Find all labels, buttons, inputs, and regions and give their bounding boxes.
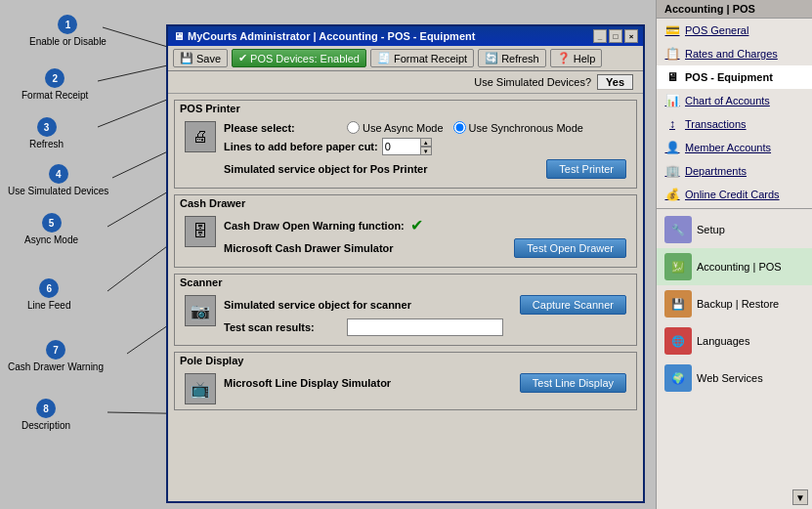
- test-line-display-button[interactable]: Test Line Display: [520, 373, 626, 393]
- accounting-pos-label: Accounting | POS: [697, 261, 782, 273]
- pole-simulator-row: Microsoft Line Display Simulator Test Li…: [224, 373, 626, 393]
- checkmark-icon: ✔: [410, 216, 423, 234]
- test-open-drawer-button[interactable]: Test Open Drawer: [514, 238, 626, 258]
- cash-drawer-icon: 🗄: [185, 216, 216, 247]
- pos-printer-inner: 🖨 Please select: Use Async Mode: [185, 121, 626, 183]
- annotation-label-4: Use Simulated Devices: [8, 186, 108, 196]
- help-label: Help: [574, 53, 596, 64]
- refresh-button[interactable]: 🔄 Refresh: [478, 49, 546, 67]
- languages-label: Languages: [697, 335, 749, 347]
- lines-spinner[interactable]: 0 ▲ ▼: [382, 138, 432, 155]
- maximize-button[interactable]: □: [609, 29, 622, 43]
- async-mode-radio[interactable]: Use Async Mode: [347, 121, 444, 134]
- sidebar-item-online-credit-cards[interactable]: 💰 Online Credit Cards: [657, 183, 812, 206]
- transactions-label: Transactions: [685, 118, 747, 130]
- sim-service-label: Simulated service object for Pos Printer: [224, 163, 427, 175]
- lines-input[interactable]: 0: [382, 138, 421, 155]
- test-printer-button[interactable]: Test Printer: [546, 159, 626, 179]
- close-button[interactable]: ×: [624, 29, 638, 43]
- sidebar-item-member-accounts[interactable]: 👤 Member Accounts: [657, 136, 812, 159]
- sidebar-bottom-web-services[interactable]: 🌍 Web Services: [657, 360, 812, 397]
- help-button[interactable]: ❓ Help: [550, 49, 603, 67]
- sidebar-bottom-accounting-pos[interactable]: 💹 Accounting | POS: [657, 248, 812, 285]
- test-scan-input[interactable]: [347, 318, 503, 336]
- sidebar-bottom-backup-restore[interactable]: 💾 Backup | Restore: [657, 285, 812, 322]
- annotation-label-7: Cash Drawer Warning: [8, 361, 104, 372]
- web-services-icon: 🌍: [664, 364, 692, 392]
- chart-accounts-label: Chart of Accounts: [685, 95, 770, 106]
- async-mode-label: Use Async Mode: [363, 122, 444, 134]
- toolbar: 💾 Save ✔ POS Devices: Enabled 🧾 Format R…: [168, 46, 643, 71]
- yes-button[interactable]: Yes: [597, 74, 633, 90]
- annotation-1: 1 Enable or Disable: [29, 15, 107, 47]
- sidebar-item-departments[interactable]: 🏢 Departments: [657, 159, 812, 183]
- pos-equipment-icon: 🖥: [664, 69, 680, 85]
- pole-simulator-label: Microsoft Line Display Simulator: [224, 377, 391, 389]
- cash-draw-warning-label: Cash Draw Open Warning function:: [224, 220, 405, 232]
- sidebar-item-pos-equipment[interactable]: 🖥 POS - Equipment: [657, 65, 812, 89]
- cash-simulator-label: Microsoft Cash Drawer Simulator: [224, 242, 394, 254]
- sidebar-bottom-setup[interactable]: 🔧 Setup: [657, 211, 812, 248]
- cash-drawer-inner: 🗄 Cash Draw Open Warning function: ✔ Mic…: [185, 216, 626, 262]
- scanner-sim-row: Simulated service object for scanner Cap…: [224, 295, 626, 315]
- annotation-3: 3 Refresh: [29, 117, 64, 149]
- online-credit-cards-icon: 💰: [664, 187, 680, 202]
- format-receipt-icon: 🧾: [377, 52, 391, 64]
- spin-down[interactable]: ▼: [420, 147, 432, 155]
- online-credit-cards-label: Online Credit Cards: [685, 189, 780, 200]
- sidebar-bottom-arrow[interactable]: ▼: [657, 486, 812, 509]
- test-scan-label: Test scan results:: [224, 321, 341, 333]
- sync-mode-input[interactable]: [453, 121, 466, 134]
- annotation-circle-4: 4: [49, 164, 68, 184]
- main-window: 🖥 MyCourts Administrator | Accounting - …: [166, 24, 645, 503]
- window-controls[interactable]: _ □ ×: [593, 29, 638, 43]
- format-receipt-button[interactable]: 🧾 Format Receipt: [370, 49, 474, 67]
- cash-simulator-row: Microsoft Cash Drawer Simulator Test Ope…: [224, 238, 626, 258]
- window-titlebar: 🖥 MyCourts Administrator | Accounting - …: [168, 26, 643, 46]
- save-button[interactable]: 💾 Save: [173, 49, 228, 67]
- async-mode-input[interactable]: [347, 121, 360, 134]
- pos-devices-button[interactable]: ✔ POS Devices: Enabled: [232, 49, 366, 67]
- annotation-5: 5 Async Mode: [24, 213, 78, 245]
- sidebar-item-chart-accounts[interactable]: 📊 Chart of Accounts: [657, 89, 812, 112]
- annotation-label-8: Description: [21, 420, 70, 431]
- sidebar-top-title: Accounting | POS: [657, 0, 812, 19]
- annotation-label-2: Format Receipt: [21, 90, 88, 101]
- sidebar-item-transactions[interactable]: ↕ Transactions: [657, 112, 812, 136]
- sync-mode-radio[interactable]: Use Synchronous Mode: [453, 121, 583, 134]
- sidebar-bottom-languages[interactable]: 🌐 Languages: [657, 322, 812, 360]
- rates-charges-icon: 📋: [664, 46, 680, 62]
- languages-icon: 🌐: [664, 327, 692, 355]
- web-services-label: Web Services: [697, 372, 763, 384]
- spin-up[interactable]: ▲: [420, 138, 432, 147]
- expand-icon[interactable]: ▼: [792, 489, 808, 505]
- pos-printer-title: POS Printer: [175, 101, 636, 116]
- pole-display-main: Microsoft Line Display Simulator Test Li…: [224, 373, 626, 404]
- sidebar-item-pos-general[interactable]: 💳 POS General: [657, 19, 812, 42]
- annotation-circle-8: 8: [36, 399, 56, 418]
- annotation-label-5: Async Mode: [24, 234, 78, 245]
- lines-label: Lines to add before paper cut:: [224, 141, 378, 152]
- cash-drawer-section: Cash Drawer 🗄 Cash Draw Open Warning fun…: [174, 194, 637, 268]
- departments-label: Departments: [685, 165, 747, 177]
- annotation-7: 7 Cash Drawer Warning: [8, 340, 104, 372]
- capture-scanner-button[interactable]: Capture Scanner: [520, 295, 626, 315]
- pos-printer-content: 🖨 Please select: Use Async Mode: [175, 116, 636, 188]
- sidebar-item-rates-charges[interactable]: 📋 Rates and Charges: [657, 42, 812, 65]
- right-sidebar: Accounting | POS 💳 POS General 📋 Rates a…: [656, 0, 812, 509]
- window-title-left: 🖥 MyCourts Administrator | Accounting - …: [173, 30, 475, 42]
- sim-service-row: Simulated service object for Pos Printer…: [224, 159, 626, 179]
- refresh-label: Refresh: [501, 53, 539, 64]
- pos-devices-label: POS Devices: Enabled: [250, 53, 360, 64]
- sim-bar-label: Use Simulated Devices?: [474, 76, 591, 88]
- annotation-label-6: Line Feed: [27, 300, 70, 311]
- sidebar-divider: [657, 208, 812, 209]
- scanner-sim-label: Simulated service object for scanner: [224, 299, 411, 311]
- scanner-section: Scanner 📷 Simulated service object for s…: [174, 274, 637, 346]
- pos-devices-icon: ✔: [238, 52, 247, 64]
- main-content: POS Printer 🖨 Please select: Use Async M…: [168, 94, 643, 486]
- annotation-circle-5: 5: [42, 213, 62, 233]
- minimize-button[interactable]: _: [593, 29, 607, 43]
- scanner-main: Simulated service object for scanner Cap…: [224, 295, 626, 340]
- sync-mode-label: Use Synchronous Mode: [469, 122, 583, 134]
